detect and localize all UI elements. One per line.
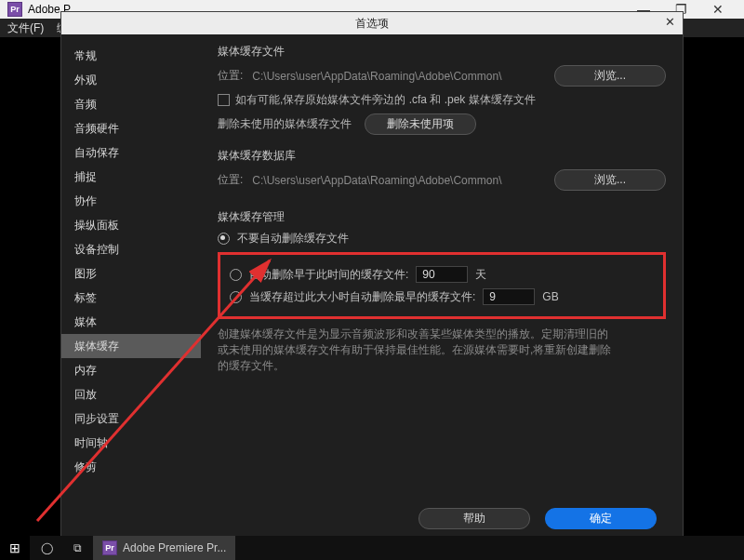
sidebar-item-10[interactable]: 标签 xyxy=(61,286,201,310)
dialog-footer: 帮助 确定 xyxy=(61,500,683,537)
sidebar-item-16[interactable]: 时间轴 xyxy=(61,431,201,455)
taskbar-app-label: Adobe Premiere Pr... xyxy=(123,541,226,554)
radio-icon[interactable] xyxy=(230,291,242,303)
size-input[interactable]: 9 xyxy=(483,288,535,305)
cache-db-path: C:\Users\user\AppData\Roaming\Adobe\Comm… xyxy=(252,174,545,187)
start-button[interactable]: ⊞ xyxy=(0,536,30,560)
sidebar-item-0[interactable]: 常规 xyxy=(61,44,201,68)
cache-mgmt-group: 不要自动删除缓存文件 自动删除早于此时间的缓存文件: 90 天 当缓存超过此大小… xyxy=(218,231,666,374)
sidebar-item-4[interactable]: 自动保存 xyxy=(61,140,201,165)
radio-no-auto-delete-label: 不要自动删除缓存文件 xyxy=(237,231,349,247)
radio-delete-by-size[interactable]: 当缓存超过此大小时自动删除最早的缓存文件: 9 GB xyxy=(230,288,654,305)
sidebar-item-6[interactable]: 协作 xyxy=(61,189,201,213)
ok-button[interactable]: 确定 xyxy=(545,508,657,529)
radio-icon[interactable] xyxy=(218,233,230,245)
radio-age-label: 自动删除早于此时间的缓存文件: xyxy=(249,267,408,283)
close-window-button[interactable]: ✕ xyxy=(699,2,737,17)
taskbar-app-premiere[interactable]: Pr Adobe Premiere Pr... xyxy=(93,536,235,560)
location-label: 位置: xyxy=(218,172,243,188)
sidebar-item-2[interactable]: 音频 xyxy=(61,92,201,116)
age-unit: 天 xyxy=(475,267,486,283)
sidebar-item-13[interactable]: 内存 xyxy=(61,358,201,382)
annotation-highlight-box: 自动删除早于此时间的缓存文件: 90 天 当缓存超过此大小时自动删除最早的缓存文… xyxy=(218,252,666,319)
radio-delete-by-age[interactable]: 自动删除早于此时间的缓存文件: 90 天 xyxy=(230,266,654,283)
save-copies-label: 如有可能,保存原始媒体文件旁边的 .cfa 和 .pek 媒体缓存文件 xyxy=(235,92,536,108)
mgmt-description: 创建媒体缓存文件是为显示音频波形和改善某些媒体类型的播放。定期清理旧的或未使用的… xyxy=(218,327,618,374)
preferences-sidebar: 常规外观音频音频硬件自动保存捕捉协作操纵面板设备控制图形标签媒体媒体缓存内存回放… xyxy=(61,34,201,500)
taskview-button[interactable]: ⧉ xyxy=(64,536,91,560)
preferences-dialog: 首选项 ✕ 常规外观音频音频硬件自动保存捕捉协作操纵面板设备控制图形标签媒体媒体… xyxy=(60,11,684,538)
age-input[interactable]: 90 xyxy=(416,266,468,283)
sidebar-item-15[interactable]: 同步设置 xyxy=(61,407,201,431)
checkbox-icon[interactable] xyxy=(218,94,230,106)
cache-files-path: C:\Users\user\AppData\Roaming\Adobe\Comm… xyxy=(252,70,545,83)
cortana-button[interactable]: ◯ xyxy=(32,536,62,560)
menu-file[interactable]: 文件(F) xyxy=(7,20,44,36)
dialog-titlebar: 首选项 ✕ xyxy=(61,12,683,34)
delete-unused-label: 删除未使用的媒体缓存文件 xyxy=(218,116,352,132)
delete-unused-row: 删除未使用的媒体缓存文件 删除未使用项 xyxy=(218,113,666,135)
radio-size-label: 当缓存超过此大小时自动删除最早的缓存文件: xyxy=(249,289,475,305)
delete-unused-button[interactable]: 删除未使用项 xyxy=(365,113,476,135)
location-label: 位置: xyxy=(218,68,243,84)
sidebar-item-17[interactable]: 修剪 xyxy=(61,455,201,479)
sidebar-item-12[interactable]: 媒体缓存 xyxy=(61,334,201,358)
cache-db-location-row: 位置: C:\Users\user\AppData\Roaming\Adobe\… xyxy=(218,169,666,191)
sidebar-item-7[interactable]: 操纵面板 xyxy=(61,213,201,237)
preferences-content: 媒体缓存文件 位置: C:\Users\user\AppData\Roaming… xyxy=(201,34,683,500)
app-icon: Pr xyxy=(7,2,22,17)
size-unit: GB xyxy=(542,290,558,303)
taskbar: ⊞ ◯ ⧉ Pr Adobe Premiere Pr... xyxy=(0,536,744,560)
sidebar-item-14[interactable]: 回放 xyxy=(61,382,201,407)
section-cache-files: 媒体缓存文件 xyxy=(218,44,666,60)
radio-no-auto-delete[interactable]: 不要自动删除缓存文件 xyxy=(218,231,666,247)
sidebar-item-5[interactable]: 捕捉 xyxy=(61,165,201,189)
sidebar-item-1[interactable]: 外观 xyxy=(61,68,201,92)
help-button[interactable]: 帮助 xyxy=(418,508,530,529)
sidebar-item-8[interactable]: 设备控制 xyxy=(61,237,201,261)
dialog-close-button[interactable]: ✕ xyxy=(665,15,675,29)
radio-icon[interactable] xyxy=(230,269,242,281)
save-copies-row[interactable]: 如有可能,保存原始媒体文件旁边的 .cfa 和 .pek 媒体缓存文件 xyxy=(218,92,666,108)
cache-files-location-row: 位置: C:\Users\user\AppData\Roaming\Adobe\… xyxy=(218,65,666,87)
dialog-title: 首选项 xyxy=(355,16,389,32)
browse-cache-files-button[interactable]: 浏览... xyxy=(554,65,666,87)
section-cache-mgmt: 媒体缓存管理 xyxy=(218,209,666,225)
browse-cache-db-button[interactable]: 浏览... xyxy=(554,169,666,191)
sidebar-item-9[interactable]: 图形 xyxy=(61,261,201,286)
sidebar-item-11[interactable]: 媒体 xyxy=(61,310,201,334)
section-cache-db: 媒体缓存数据库 xyxy=(218,148,666,164)
app-icon: Pr xyxy=(102,540,117,555)
sidebar-item-3[interactable]: 音频硬件 xyxy=(61,116,201,140)
